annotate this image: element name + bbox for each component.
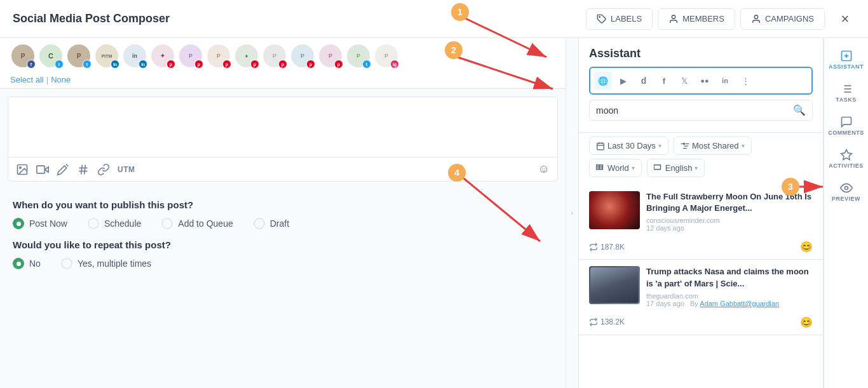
svg-point-30 <box>844 187 848 190</box>
filter-row-2: World ▾ English ▾ <box>579 159 823 182</box>
repeat-heading: Would you like to repeat this post? <box>13 239 553 250</box>
article-footer-1: 187.8K 😊 <box>589 238 813 253</box>
draft-option[interactable]: Draft <box>254 218 289 229</box>
schedule-option[interactable]: Schedule <box>88 218 141 229</box>
article-source-1: consciousreminder.com <box>646 217 813 224</box>
members-tab[interactable]: MEMBERS <box>658 8 735 30</box>
search-bar: 🔍 <box>589 100 813 121</box>
more-platform-icon[interactable]: ⋮ <box>736 72 754 90</box>
globe-platform-icon[interactable]: 🌐 <box>594 72 612 90</box>
none-link[interactable]: None <box>51 75 71 84</box>
schedule-label: Schedule <box>104 218 141 229</box>
account-icon-3[interactable]: P t <box>66 43 92 69</box>
top-bar: Social Media Post Composer LABELS MEMBER… <box>0 0 868 38</box>
article-author-link-2[interactable]: Adam Gabbatt@guardian <box>700 300 779 307</box>
post-now-option[interactable]: Post Now <box>13 218 67 229</box>
twitter-platform-icon[interactable]: 𝕏 <box>675 72 693 90</box>
no-repeat-radio[interactable] <box>13 258 24 269</box>
account-icon-5[interactable]: in in <box>122 43 147 69</box>
yes-repeat-label: Yes, multiple times <box>78 258 151 269</box>
sidebar-comments[interactable]: COMMENTS <box>824 110 868 141</box>
article-card-1[interactable]: The Full Strawberry Moon On June 16th Is… <box>579 185 823 260</box>
account-icon-13[interactable]: P t <box>346 43 371 69</box>
svg-marker-5 <box>44 166 48 171</box>
utm-label[interactable]: UTM <box>118 165 135 174</box>
facebook-platform-icon[interactable]: f <box>655 72 673 90</box>
region-chevron-icon: ▾ <box>632 164 635 171</box>
language-filter[interactable]: English ▾ <box>647 159 705 177</box>
labels-tab[interactable]: LABELS <box>586 8 653 30</box>
draft-radio[interactable] <box>254 218 265 229</box>
account-icon-6[interactable]: ✦ p <box>150 43 175 69</box>
sidebar-tasks-label: TASKS <box>836 97 856 103</box>
search-input[interactable] <box>596 105 793 116</box>
assistant-panel: Assistant 🌐 ▶ d f 𝕏 ●● in ⋮ 🔍 <box>579 38 824 388</box>
sidebar-assistant[interactable]: ASSISTANT <box>824 44 868 75</box>
pencil-icon[interactable] <box>57 163 69 176</box>
queue-radio[interactable] <box>161 218 173 229</box>
language-filter-label: English <box>665 163 693 173</box>
link-icon[interactable] <box>97 163 110 176</box>
svg-rect-6 <box>37 166 45 173</box>
image-icon[interactable] <box>16 163 29 176</box>
account-icon-10[interactable]: P p <box>262 43 287 69</box>
no-repeat-option[interactable]: No <box>13 258 41 269</box>
search-icon[interactable]: 🔍 <box>793 104 806 116</box>
flickr-platform-icon[interactable]: ●● <box>696 72 714 90</box>
article-image-1 <box>589 191 640 229</box>
account-icon-9[interactable]: ♦ p <box>234 43 259 69</box>
svg-point-1 <box>672 15 675 18</box>
post-now-radio[interactable] <box>13 218 24 229</box>
publish-heading: When do you want to publish this post? <box>13 199 553 210</box>
publish-options: Post Now Schedule Add to Queue Draft <box>13 218 553 229</box>
repeat-options: No Yes, multiple times <box>13 258 553 269</box>
youtube-platform-icon[interactable]: ▶ <box>614 72 632 90</box>
compose-area: UTM ☺ <box>8 97 558 182</box>
emoji-react-2[interactable]: 😊 <box>800 316 813 328</box>
divider: | <box>46 75 48 84</box>
date-filter[interactable]: Last 30 Days ▾ <box>589 137 668 155</box>
compose-toolbar: UTM ☺ <box>8 157 557 181</box>
close-button[interactable]: × <box>835 9 855 29</box>
article-title-1: The Full Strawberry Moon On June 16th Is… <box>646 191 813 214</box>
yes-repeat-radio[interactable] <box>61 258 72 269</box>
dailymotion-platform-icon[interactable]: d <box>635 72 653 90</box>
account-icon-8[interactable]: P p <box>206 43 231 69</box>
queue-option[interactable]: Add to Queue <box>161 218 233 229</box>
account-icon-2[interactable]: C t <box>38 43 64 69</box>
account-icon-14[interactable]: P ig <box>374 43 399 69</box>
account-icon-12[interactable]: P p <box>318 43 343 69</box>
main-content: P f C t P t PITM in <box>0 38 868 388</box>
account-icon-7[interactable]: P p <box>178 43 203 69</box>
select-all-link[interactable]: Select all <box>10 75 44 84</box>
date-chevron-icon: ▾ <box>658 142 661 149</box>
draft-label: Draft <box>270 218 289 229</box>
emoji-button[interactable]: ☺ <box>538 163 550 176</box>
schedule-radio[interactable] <box>88 218 99 229</box>
account-icon-4[interactable]: PITM in <box>94 43 119 69</box>
sidebar-assistant-label: ASSISTANT <box>829 64 864 70</box>
sidebar-preview[interactable]: PREVIEW <box>824 177 868 207</box>
emoji-react-1[interactable]: 😊 <box>800 241 813 253</box>
linkedin-platform-icon[interactable]: in <box>716 72 734 90</box>
sort-filter[interactable]: Most Shared ▾ <box>674 137 752 155</box>
article-card-2[interactable]: Trump attacks Nasa and claims the moon i… <box>579 260 823 335</box>
article-main-1: The Full Strawberry Moon On June 16th Is… <box>589 191 813 234</box>
article-time-1: 12 days ago <box>646 224 813 232</box>
hashtag-icon[interactable] <box>77 163 90 176</box>
collapse-button[interactable]: › <box>566 38 579 388</box>
sidebar-activities[interactable]: ACTIVITIES <box>824 144 868 174</box>
post-now-label: Post Now <box>29 218 67 229</box>
article-body-2: Trump attacks Nasa and claims the moon i… <box>646 266 813 309</box>
svg-line-10 <box>81 164 83 174</box>
share-count-2: 138.2K <box>589 318 625 326</box>
account-icon-1[interactable]: P f <box>10 43 36 69</box>
compose-textarea[interactable] <box>8 97 557 154</box>
video-icon[interactable] <box>36 163 49 176</box>
account-icon-11[interactable]: P p <box>290 43 315 69</box>
region-filter[interactable]: World ▾ <box>589 159 642 177</box>
campaigns-tab[interactable]: CAMPAIGNS <box>740 8 825 30</box>
sidebar-tasks[interactable]: TASKS <box>824 77 868 108</box>
share-count-1: 187.8K <box>589 243 625 251</box>
yes-repeat-option[interactable]: Yes, multiple times <box>61 258 151 269</box>
